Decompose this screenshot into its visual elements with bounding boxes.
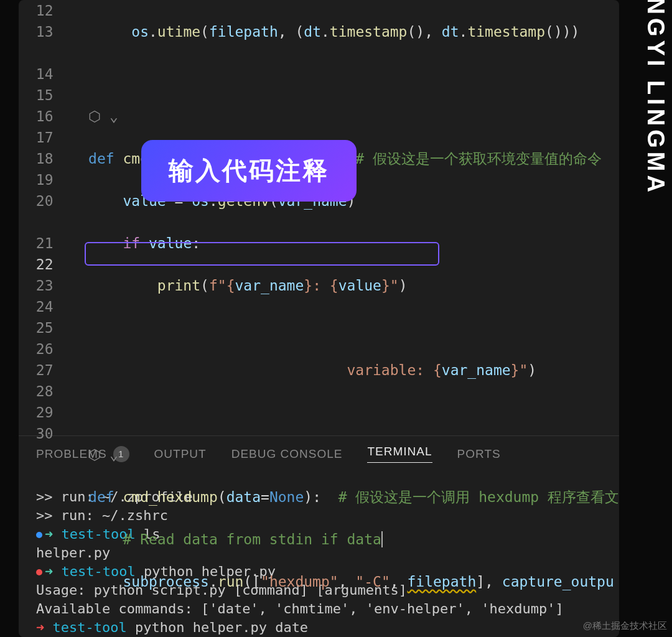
editor-frame: 12 13 14 15 16 17 18 19 20 21 22 23 24 2…: [19, 0, 619, 637]
status-dot-icon: [36, 569, 42, 575]
watermark: @稀土掘金技术社区: [583, 620, 667, 632]
brand-vertical-label: ONGYI LINGMA: [642, 0, 669, 299]
annotation-callout: 输入代码注释: [141, 140, 357, 202]
code-editor[interactable]: 12 13 14 15 16 17 18 19 20 21 22 23 24 2…: [19, 0, 619, 435]
chevron-down-icon[interactable]: ⌄: [110, 108, 118, 124]
chevron-down-icon[interactable]: ⌄: [110, 447, 118, 463]
line-gutter: 12 13 14 15 16 17 18 19 20 21 22 23 24 2…: [19, 0, 63, 435]
ai-suggest-icon[interactable]: ⬡: [88, 108, 101, 124]
code-area[interactable]: os.utime(filepath, (dt.timestamp(), dt.t…: [63, 0, 620, 435]
status-dot-icon: [36, 532, 42, 538]
ai-suggest-icon[interactable]: ⬡: [88, 447, 101, 463]
